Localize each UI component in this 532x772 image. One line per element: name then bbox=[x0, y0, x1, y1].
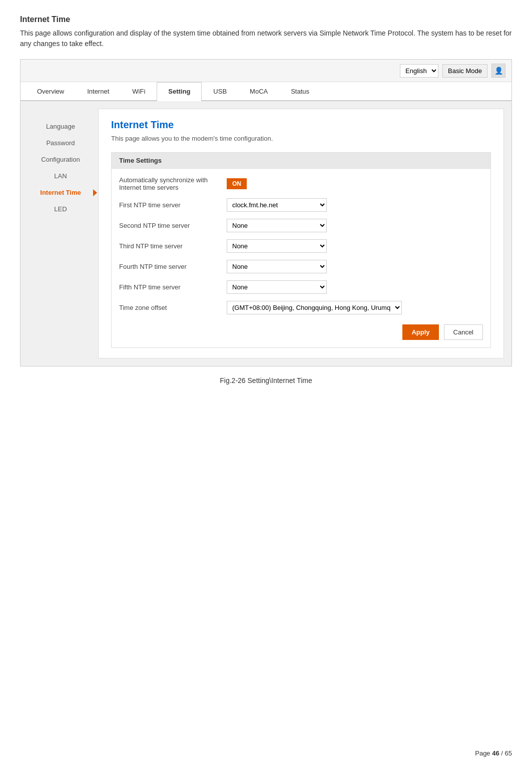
sidebar-item-label: Configuration bbox=[41, 156, 80, 163]
ntp-control-2: None bbox=[227, 219, 483, 232]
footer-text: Page bbox=[475, 749, 492, 757]
button-row: Apply Cancel bbox=[119, 324, 483, 340]
tab-setting[interactable]: Setting bbox=[157, 82, 202, 101]
top-bar: English Basic Mode 👤 bbox=[21, 60, 511, 82]
ntp-server-row-4: Fourth NTP time server None bbox=[119, 260, 483, 273]
sidebar: Language Password Configuration LAN Inte… bbox=[28, 109, 93, 358]
ntp-server-row-5: Fifth NTP time server None bbox=[119, 280, 483, 294]
user-icon-button[interactable]: 👤 bbox=[491, 64, 505, 78]
settings-box-header: Time Settings bbox=[112, 153, 490, 169]
auto-sync-label: Automatically synchronize with Internet … bbox=[119, 176, 219, 191]
ntp-label-3: Third NTP time server bbox=[119, 242, 219, 250]
ntp-server-row-3: Third NTP time server None bbox=[119, 239, 483, 253]
timezone-control: (GMT+08:00) Beijing, Chongquing, Hong Ko… bbox=[227, 301, 483, 314]
auto-sync-toggle[interactable]: ON bbox=[227, 178, 247, 189]
settings-box-body: Automatically synchronize with Internet … bbox=[112, 169, 490, 347]
sidebar-item-password[interactable]: Password bbox=[28, 135, 93, 151]
ntp-select-5[interactable]: None bbox=[227, 280, 327, 294]
timezone-label: Time zone offset bbox=[119, 304, 219, 311]
tab-usb[interactable]: USB bbox=[202, 82, 238, 100]
sidebar-item-label: LED bbox=[54, 205, 67, 213]
timezone-row: Time zone offset (GMT+08:00) Beijing, Ch… bbox=[119, 301, 483, 314]
ntp-label-1: First NTP time server bbox=[119, 201, 219, 209]
settings-box: Time Settings Automatically synchronize … bbox=[111, 152, 491, 348]
apply-button[interactable]: Apply bbox=[402, 324, 438, 340]
tab-moca[interactable]: MoCA bbox=[238, 82, 279, 100]
timezone-select[interactable]: (GMT+08:00) Beijing, Chongquing, Hong Ko… bbox=[227, 301, 402, 314]
sidebar-item-configuration[interactable]: Configuration bbox=[28, 152, 93, 167]
ntp-select-4[interactable]: None bbox=[227, 260, 327, 273]
page-footer: Page 46 / 65 bbox=[475, 749, 512, 757]
auto-sync-control: ON bbox=[227, 178, 483, 189]
doc-title: Internet Time bbox=[20, 15, 512, 24]
user-icon: 👤 bbox=[494, 67, 503, 75]
sidebar-item-language[interactable]: Language bbox=[28, 119, 93, 134]
language-select[interactable]: English bbox=[400, 64, 438, 78]
figure-caption: Fig.2-26 Setting\Internet Time bbox=[20, 376, 512, 384]
cancel-button[interactable]: Cancel bbox=[444, 324, 483, 340]
sidebar-item-label: Password bbox=[46, 139, 75, 147]
tab-internet[interactable]: Internet bbox=[76, 82, 121, 100]
ntp-label-5: Fifth NTP time server bbox=[119, 283, 219, 291]
ntp-label-4: Fourth NTP time server bbox=[119, 263, 219, 270]
footer-total: 65 bbox=[505, 749, 512, 757]
sidebar-item-label: Language bbox=[46, 123, 75, 130]
footer-current: 46 bbox=[492, 749, 499, 757]
ntp-select-2[interactable]: None bbox=[227, 219, 327, 232]
panel-subtitle: This page allows you to the modem's time… bbox=[111, 135, 491, 142]
ntp-control-1: clock.fmt.he.net bbox=[227, 198, 483, 212]
nav-tabs: Overview Internet WiFi Setting USB MoCA … bbox=[21, 82, 511, 101]
ntp-control-4: None bbox=[227, 260, 483, 273]
basic-mode-button[interactable]: Basic Mode bbox=[442, 64, 487, 78]
ntp-server-row-2: Second NTP time server None bbox=[119, 219, 483, 232]
sidebar-item-label: Internet Time bbox=[40, 189, 81, 196]
auto-sync-row: Automatically synchronize with Internet … bbox=[119, 176, 483, 191]
tab-status[interactable]: Status bbox=[279, 82, 321, 100]
ntp-control-5: None bbox=[227, 280, 483, 294]
ntp-select-3[interactable]: None bbox=[227, 239, 327, 253]
doc-description: This page allows configuration and displ… bbox=[20, 28, 512, 49]
sidebar-item-internet-time[interactable]: Internet Time bbox=[28, 185, 93, 200]
sidebar-item-led[interactable]: LED bbox=[28, 201, 93, 217]
main-content: Language Password Configuration LAN Inte… bbox=[21, 101, 511, 366]
ntp-control-3: None bbox=[227, 239, 483, 253]
sidebar-item-lan[interactable]: LAN bbox=[28, 168, 93, 184]
ntp-select-1[interactable]: clock.fmt.he.net bbox=[227, 198, 327, 212]
footer-separator: / bbox=[499, 749, 505, 757]
tab-overview[interactable]: Overview bbox=[26, 82, 76, 100]
ntp-server-row-1: First NTP time server clock.fmt.he.net bbox=[119, 198, 483, 212]
tab-wifi[interactable]: WiFi bbox=[121, 82, 157, 100]
ntp-label-2: Second NTP time server bbox=[119, 222, 219, 229]
sidebar-item-label: LAN bbox=[54, 172, 67, 180]
router-ui: English Basic Mode 👤 Overview Internet W… bbox=[20, 59, 512, 366]
content-panel: Internet Time This page allows you to th… bbox=[98, 109, 504, 358]
panel-title: Internet Time bbox=[111, 119, 491, 131]
